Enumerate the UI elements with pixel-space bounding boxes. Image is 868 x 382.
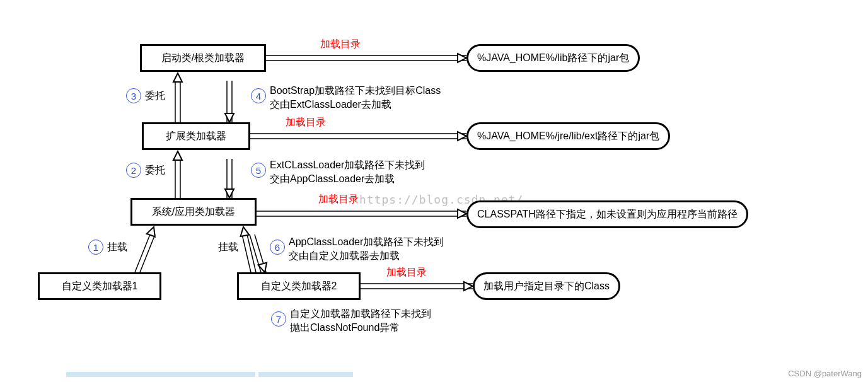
load-dir-label-4: 加载目录 [386, 266, 427, 279]
svg-line-16 [135, 234, 150, 272]
box-app-loader: 系统/应用类加载器 [130, 198, 257, 226]
svg-line-19 [247, 234, 256, 272]
step-2-label: 委托 [145, 164, 165, 177]
conn-ext-dir [250, 132, 466, 141]
svg-line-18 [242, 234, 251, 272]
load-dir-label-3: 加载目录 [318, 193, 359, 206]
arrow-1-up [135, 226, 158, 272]
arrow-4-down [225, 81, 234, 122]
decorative-bottom-bar [66, 372, 353, 377]
dir-custom: 加载用户指定目录下的Class [473, 272, 620, 300]
step-1-label: 挂载 [107, 241, 127, 254]
step-7-number: 7 [271, 311, 286, 327]
step-3-label: 委托 [145, 90, 165, 103]
step-6-text-a: AppClassLoader加载路径下未找到 [289, 236, 444, 249]
svg-line-20 [250, 234, 261, 272]
box-bootstrap-loader: 启动类/根类加载器 [140, 44, 266, 72]
credit-text: CSDN @paterWang [788, 369, 862, 378]
arrow-5-down [225, 159, 234, 198]
box-custom2-label: 自定义类加载器2 [261, 280, 337, 293]
dir-app: CLASSPATH路径下指定，如未设置则为应用程序当前路径 [466, 200, 748, 228]
dir-bootstrap-text: %JAVA_HOME%/lib路径下的jar包 [477, 52, 629, 65]
box-ext-loader: 扩展类加载器 [142, 122, 250, 150]
step-4-text-b: 交由ExtClassLoader去加载 [270, 98, 391, 112]
box-ext-label: 扩展类加载器 [166, 130, 226, 143]
step-6-number: 6 [270, 240, 285, 255]
step-5-number: 5 [251, 163, 266, 178]
svg-line-21 [255, 234, 266, 272]
arrow-2-up [173, 151, 182, 198]
step-4-number: 4 [251, 88, 266, 103]
svg-line-17 [140, 234, 155, 272]
step-3-number: 3 [126, 88, 141, 103]
dir-app-text: CLASSPATH路径下指定，如未设置则为应用程序当前路径 [477, 208, 738, 221]
step-5-text-a: ExtCLassLoader加载路径下未找到 [270, 159, 425, 172]
box-custom1-label: 自定义类加载器1 [62, 280, 138, 293]
step-6-text-b: 交由自定义加载器去加载 [289, 250, 400, 263]
arrows-layer [0, 0, 868, 382]
arrow-6-down [250, 234, 269, 274]
load-dir-label-1: 加载目录 [320, 38, 361, 51]
arrow-6-mount-up [239, 226, 256, 272]
conn-custom2-dir [361, 282, 473, 291]
step-2-number: 2 [126, 163, 141, 178]
arrow-3-up [173, 73, 182, 122]
step-1-number: 1 [88, 240, 103, 255]
step-7-text-b: 抛出ClassNotFound异常 [290, 321, 400, 335]
dir-ext: %JAVA_HOME%/jre/lib/ext路径下的jar包 [466, 122, 670, 150]
box-custom1-loader: 自定义类加载器1 [38, 272, 161, 300]
step-5-text-b: 交由AppClassLoader去加载 [270, 173, 395, 186]
conn-app-dir [257, 209, 466, 218]
box-app-label: 系统/应用类加载器 [152, 205, 235, 219]
step-4-text-a: BootStrap加载路径下未找到目标Class [270, 84, 441, 98]
dir-bootstrap: %JAVA_HOME%/lib路径下的jar包 [466, 44, 640, 72]
step-7-text-a: 自定义加载器加载路径下未找到 [290, 308, 431, 321]
load-dir-label-2: 加载目录 [286, 116, 326, 129]
dir-ext-text: %JAVA_HOME%/jre/lib/ext路径下的jar包 [477, 130, 659, 143]
dir-custom-text: 加载用户指定目录下的Class [483, 280, 610, 293]
step-6-left-label: 挂载 [218, 241, 238, 254]
box-custom2-loader: 自定义类加载器2 [237, 272, 361, 300]
box-bootstrap-label: 启动类/根类加载器 [161, 52, 245, 65]
conn-bootstrap-dir [266, 54, 466, 62]
